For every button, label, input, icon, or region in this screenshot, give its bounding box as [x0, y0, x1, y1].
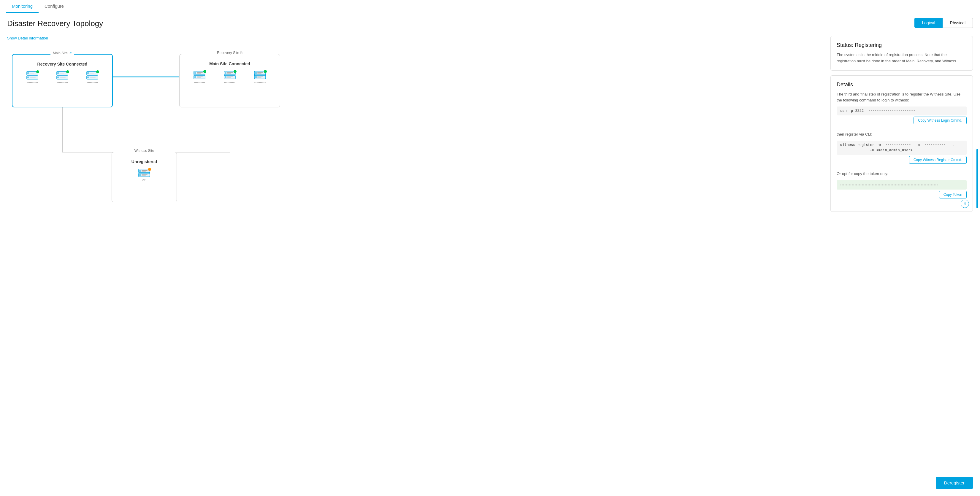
svg-rect-31: [197, 78, 201, 78]
svg-rect-5: [27, 76, 29, 78]
logical-toggle-btn[interactable]: Logical: [915, 18, 942, 28]
svg-rect-43: [257, 73, 261, 74]
recovery-site-copy-icon[interactable]: ⎘: [240, 51, 242, 55]
recovery-site-box: Recovery Site ⎘ Main Site Connected: [179, 54, 280, 107]
info-icon[interactable]: ℹ: [961, 200, 969, 208]
main-node-3-label: ••••••••••: [87, 81, 98, 84]
recovery-site-label: Recovery Site ⎘: [215, 51, 245, 55]
witness-cmd-part3: -t: [950, 143, 954, 147]
copy-register-wrapper: Copy Witness Register Cmmd.: [837, 156, 967, 167]
svg-rect-11: [60, 73, 64, 74]
svg-rect-26: [197, 72, 203, 73]
main-site-box: Main Site ↗ Recovery Site Connected: [12, 54, 113, 107]
recovery-node-2-label: ••••••••••: [224, 80, 235, 84]
witness-node-status-dot: [148, 168, 151, 171]
main-site-label: Main Site ↗: [51, 51, 74, 55]
recovery-site-nodes: ••••••••••: [184, 71, 275, 84]
svg-rect-14: [60, 77, 65, 78]
svg-rect-22: [90, 77, 95, 78]
recovery-node-3-status: [264, 70, 267, 73]
witness-cmd-block: witness register -w •••••••••••• -m ••••…: [837, 141, 967, 155]
copy-login-wrapper: Copy Witness Login Cmmd.: [837, 117, 967, 128]
copy-witness-register-btn[interactable]: Copy Witness Register Cmmd.: [909, 156, 967, 164]
main-node-2-label: ••••••••••: [57, 81, 68, 84]
svg-rect-53: [139, 174, 141, 176]
connection-line-main-recovery: [113, 76, 179, 78]
svg-rect-33: [225, 72, 226, 74]
witness-site-label: Witness Site: [132, 149, 157, 153]
svg-rect-10: [60, 73, 65, 73]
svg-rect-17: [87, 72, 89, 74]
witness-node-label: W1: [142, 178, 147, 182]
right-panel: Status: Registering The system is in the…: [830, 36, 973, 212]
view-toggle-group: Logical Physical: [915, 18, 973, 28]
details-description: The third and final step of registration…: [837, 91, 967, 104]
svg-rect-2: [30, 73, 36, 73]
tab-configure[interactable]: Configure: [38, 0, 70, 13]
recovery-site-status: Main Site Connected: [184, 61, 275, 66]
witness-site-box: Witness Site Unregistered: [111, 152, 177, 202]
svg-rect-3: [30, 73, 34, 74]
main-site-external-icon[interactable]: ↗: [69, 51, 72, 55]
scrollbar[interactable]: [977, 149, 978, 208]
witness-cmd-part2: -m: [916, 143, 920, 147]
main-site-nodes: ••••••••••: [17, 71, 107, 84]
main-node-1-label: ••••••••••: [26, 81, 38, 84]
main-node-1-status: [36, 70, 39, 73]
svg-rect-1: [27, 72, 29, 74]
svg-rect-51: [142, 171, 146, 172]
witness-cmd-masked1: ••••••••••••: [885, 143, 911, 147]
svg-rect-29: [194, 76, 196, 78]
svg-rect-34: [227, 72, 233, 73]
svg-rect-49: [139, 170, 141, 172]
details-card: Details The third and final step of regi…: [830, 75, 973, 212]
token-value: ••••••••••••••••••••••••••••••••••••••••…: [840, 183, 963, 187]
main-node-2: ••••••••••: [56, 71, 68, 84]
svg-rect-38: [227, 76, 233, 77]
svg-rect-30: [197, 76, 203, 77]
svg-rect-7: [30, 78, 34, 78]
or-copy-token-label: Or opt for copy the token only:: [837, 171, 967, 177]
recovery-node-2: ••••••••••: [224, 71, 235, 84]
witness-cmd-part4: -u <main_admin_user>: [870, 148, 913, 153]
show-detail-link[interactable]: Show Detail Information: [7, 36, 824, 40]
then-register-label: then register via CLI:: [837, 131, 967, 138]
svg-rect-39: [227, 78, 231, 78]
svg-rect-15: [60, 78, 64, 78]
recovery-node-1: ••••••••••: [194, 71, 205, 84]
main-node-2-status: [66, 70, 69, 73]
svg-rect-41: [255, 72, 257, 74]
physical-toggle-btn[interactable]: Physical: [943, 18, 973, 28]
svg-rect-54: [142, 175, 148, 175]
main-node-3: ••••••••••: [86, 71, 98, 84]
svg-rect-18: [90, 73, 95, 73]
svg-rect-35: [227, 73, 231, 74]
recovery-node-3-label: ••••••••••: [255, 80, 266, 84]
copy-token-btn[interactable]: Copy Token: [939, 191, 967, 199]
svg-rect-42: [257, 72, 263, 73]
svg-rect-23: [90, 78, 94, 78]
svg-rect-21: [87, 76, 89, 78]
svg-rect-13: [57, 76, 59, 78]
svg-rect-46: [257, 76, 263, 77]
page-title: Disaster Recovery Topology: [7, 19, 973, 28]
witness-cmd-part1: witness register -w: [840, 143, 881, 147]
svg-rect-6: [30, 77, 36, 78]
svg-rect-45: [255, 76, 257, 78]
ssh-command-masked: ••••••••••••••••••••••: [868, 109, 915, 113]
main-site-status: Recovery Site Connected: [17, 62, 107, 67]
recovery-node-1-label: ••••••••••: [194, 80, 205, 84]
svg-rect-25: [194, 72, 196, 74]
recovery-node-2-status: [234, 70, 237, 73]
main-node-1: ••••••••••: [26, 71, 38, 84]
svg-rect-27: [197, 73, 201, 74]
line-recovery-witness-v: [230, 107, 230, 176]
svg-rect-9: [57, 72, 59, 74]
main-node-3-status: [96, 70, 99, 73]
tab-monitoring[interactable]: Monitoring: [6, 0, 38, 13]
witness-node-1: W1: [138, 169, 150, 182]
copy-witness-login-btn[interactable]: Copy Witness Login Cmmd.: [913, 117, 967, 124]
token-area: ••••••••••••••••••••••••••••••••••••••••…: [837, 180, 967, 189]
svg-rect-55: [142, 175, 146, 176]
recovery-node-3: ••••••••••: [254, 71, 266, 84]
